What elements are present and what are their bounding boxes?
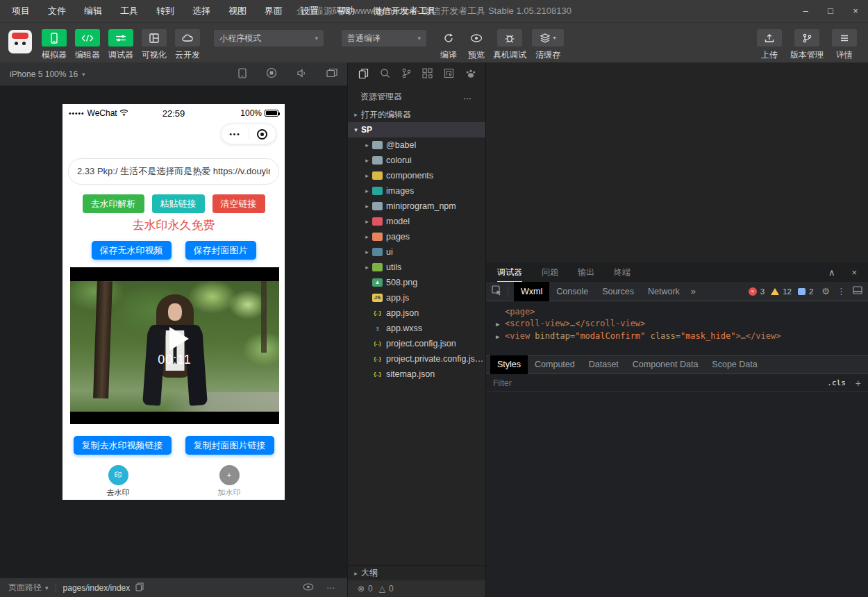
tree-item[interactable]: ▲ 508.png	[348, 275, 485, 290]
clear-cache-button[interactable]: ▾ 清缓存	[532, 29, 564, 61]
menu-item[interactable]: 转到	[147, 0, 183, 22]
devtools-tab[interactable]: Network	[641, 282, 687, 301]
paw-icon[interactable]	[465, 69, 476, 81]
video-player[interactable]: 00:11	[70, 267, 279, 424]
simulator-toggle-button[interactable]: 模拟器	[37, 29, 71, 61]
action-button[interactable]: 去水印解析	[83, 194, 144, 213]
play-icon[interactable]	[169, 327, 189, 351]
maximize-button[interactable]: □	[818, 0, 843, 22]
action-button[interactable]: 清空链接	[212, 194, 265, 213]
new-style-rule-button[interactable]: +	[856, 378, 861, 389]
styles-tab[interactable]: Scope Data	[705, 355, 764, 374]
styles-tab[interactable]: Computed	[528, 355, 582, 374]
remote-debug-button[interactable]: 真机调试	[493, 29, 526, 61]
filter-input[interactable]	[493, 378, 827, 388]
record-icon[interactable]	[266, 67, 277, 81]
npm-icon[interactable]	[444, 68, 454, 81]
source-control-icon[interactable]	[401, 68, 411, 81]
styles-tab[interactable]: Dataset	[582, 355, 626, 374]
more-dots-button[interactable]: •••	[222, 130, 249, 138]
expand-arrow-icon[interactable]: ▶	[496, 319, 505, 330]
close-panel-icon[interactable]: ×	[851, 267, 857, 278]
details-button[interactable]: 详情	[832, 29, 857, 61]
menu-item[interactable]: 帮助	[328, 0, 364, 22]
wxml-node[interactable]: ▶<scroll-view>…</scroll-view>	[496, 318, 868, 330]
info-badge-icon[interactable]	[798, 288, 806, 295]
project-root-row[interactable]: ▾ SP	[348, 122, 485, 137]
menu-item[interactable]: 界面	[256, 0, 292, 22]
save-button[interactable]: 保存无水印视频	[92, 241, 172, 260]
tree-item[interactable]: ʒ app.wxss	[348, 321, 485, 336]
minimize-button[interactable]: –	[793, 0, 818, 22]
menu-item[interactable]: 编辑	[75, 0, 111, 22]
expand-arrow-icon[interactable]: ▶	[496, 331, 505, 343]
tree-item[interactable]: ▸ utils	[348, 260, 485, 275]
editor-toggle-button[interactable]: 编辑器	[71, 29, 104, 61]
collapse-icon[interactable]: ∧	[828, 267, 835, 278]
more-dots-icon[interactable]: ⋯	[326, 583, 336, 593]
page-path-selector[interactable]: 页面路径	[8, 582, 42, 594]
tree-item[interactable]: ▸ @babel	[348, 137, 485, 153]
files-icon[interactable]	[358, 68, 369, 81]
wxml-node[interactable]: ▶<view bindtap="modalConfirm" class="mas…	[496, 330, 868, 343]
devtools-tab[interactable]: Wxml	[514, 282, 549, 301]
open-editors-row[interactable]: ▸ 打开的编辑器	[348, 107, 485, 122]
sound-icon[interactable]	[297, 69, 307, 80]
debugger-toggle-button[interactable]: 调试器	[104, 29, 137, 61]
menu-item[interactable]: 视图	[219, 0, 256, 22]
cloud-toggle-button[interactable]: 云开发	[171, 29, 204, 61]
menu-item[interactable]: 工具	[111, 0, 147, 22]
tree-item[interactable]: JS app.js	[348, 290, 485, 305]
close-button[interactable]: ×	[843, 0, 868, 22]
tree-item[interactable]: ▸ ui	[348, 244, 485, 260]
menu-item[interactable]: 微信开发者工具	[364, 0, 445, 22]
mode-dropdown[interactable]: 小程序模式 ▾	[214, 30, 324, 47]
more-actions-icon[interactable]: …	[463, 92, 473, 101]
copy-icon[interactable]	[135, 582, 144, 594]
multi-window-icon[interactable]	[326, 68, 337, 80]
compile-button[interactable]: 编译	[436, 29, 461, 61]
menu-item[interactable]: 设置	[292, 0, 328, 22]
devtools-tab[interactable]: Console	[549, 282, 595, 301]
menu-item[interactable]: 项目	[3, 0, 39, 22]
more-tabs-icon[interactable]: »	[691, 286, 696, 296]
tree-item[interactable]: {..} sitemap.json	[348, 367, 485, 382]
preview-button[interactable]: 预览	[464, 29, 489, 61]
tree-item[interactable]: ▸ colorui	[348, 153, 485, 168]
tree-item[interactable]: ▸ components	[348, 168, 485, 183]
tree-item[interactable]: ▸ images	[348, 183, 485, 199]
visual-toggle-button[interactable]: 可视化	[137, 29, 171, 61]
exit-miniprogram-button[interactable]	[249, 129, 276, 140]
debugger-panel-tab[interactable]: 问题	[542, 267, 558, 278]
version-control-button[interactable]: 版本管理	[790, 29, 824, 61]
error-badge-icon[interactable]: ×	[749, 287, 757, 296]
toggle-class-button[interactable]: .cls	[827, 378, 846, 387]
menu-item[interactable]: 文件	[39, 0, 75, 22]
devtools-tab[interactable]: Sources	[595, 282, 641, 301]
tree-item[interactable]: ▸ model	[348, 214, 485, 229]
wxml-node[interactable]: <page>	[496, 306, 868, 318]
tree-item[interactable]: ▸ miniprogram_npm	[348, 199, 485, 214]
upload-button[interactable]: 上传	[757, 29, 782, 61]
dock-side-icon[interactable]	[853, 286, 862, 296]
device-frame-icon[interactable]	[238, 68, 247, 81]
device-selector[interactable]: iPhone 5 100% 16	[10, 69, 78, 79]
tab-bar-item[interactable]: + 加水印	[174, 462, 285, 500]
gear-icon[interactable]: ⚙	[821, 286, 830, 296]
video-link-input[interactable]	[68, 158, 279, 185]
tree-item[interactable]: {..} app.json	[348, 305, 485, 321]
debugger-panel-tab[interactable]: 调试器	[497, 267, 522, 282]
eye-icon[interactable]	[303, 583, 314, 593]
copy-link-button[interactable]: 复制去水印视频链接	[74, 436, 172, 455]
warning-badge-icon[interactable]	[771, 288, 779, 295]
copy-link-button[interactable]: 复制封面图片链接	[185, 436, 274, 455]
tab-bar-item[interactable]: 印 去水印	[62, 462, 174, 500]
styles-tab[interactable]: Component Data	[626, 355, 706, 374]
tree-item[interactable]: ▸ pages	[348, 229, 485, 244]
tree-item[interactable]: {..} project.config.json	[348, 336, 485, 351]
styles-tab[interactable]: Styles	[490, 355, 528, 374]
menu-item[interactable]: 选择	[183, 0, 219, 22]
extensions-icon[interactable]	[422, 68, 433, 81]
kebab-menu-icon[interactable]: ⋮	[837, 286, 846, 296]
action-button[interactable]: 粘贴链接	[152, 194, 205, 213]
